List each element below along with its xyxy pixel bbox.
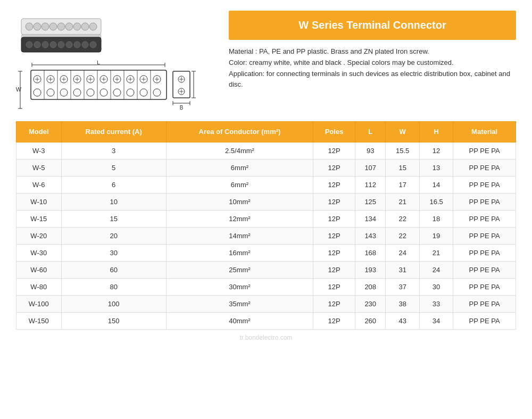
table-cell: 30	[419, 279, 453, 296]
svg-text:L: L	[97, 61, 100, 65]
svg-point-78	[153, 89, 161, 96]
table-cell: 37	[386, 279, 419, 296]
table-cell: 208	[355, 279, 386, 296]
table-cell: 5	[61, 160, 166, 177]
table-cell: 6mm²	[166, 160, 313, 177]
table-cell: W-5	[16, 160, 62, 177]
col-material: Material	[453, 122, 516, 143]
svg-point-12	[26, 41, 32, 48]
table-cell: 12P	[313, 245, 355, 262]
left-images: L W	[16, 11, 218, 108]
table-cell: 25mm²	[166, 262, 313, 279]
table-cell: 20	[61, 228, 166, 245]
table-cell: 14	[419, 177, 453, 194]
svg-point-2	[34, 23, 41, 30]
table-cell: 80	[61, 279, 166, 296]
col-l: L	[355, 122, 386, 143]
table-cell: 24	[386, 245, 419, 262]
table-cell: W-80	[16, 279, 62, 296]
table-cell: PP PE PA	[453, 262, 516, 279]
table-cell: 12P	[313, 160, 355, 177]
product-title: W Series Terminal Connector	[229, 11, 516, 40]
table-header-row: Model Rated current (A) Area of Conducto…	[16, 122, 516, 143]
table-cell: 34	[419, 313, 453, 330]
table-cell: 143	[355, 228, 386, 245]
product-photo	[16, 11, 197, 58]
page: L W	[0, 0, 532, 419]
svg-point-18	[74, 41, 80, 48]
col-poles: Poles	[313, 122, 355, 143]
watermark: tr.bondelectro.com	[16, 334, 516, 341]
svg-point-76	[127, 89, 134, 96]
table-cell: 43	[386, 313, 419, 330]
table-row: W-556mm²12P1071513PP PE PA	[16, 160, 516, 177]
table-cell: 125	[355, 194, 386, 211]
table-cell: 12mm²	[166, 211, 313, 228]
table-cell: PP PE PA	[453, 194, 516, 211]
table-cell: 260	[355, 313, 386, 330]
table-cell: 12P	[313, 313, 355, 330]
table-cell: 30	[61, 245, 166, 262]
table-cell: 12P	[313, 296, 355, 313]
table-cell: 15	[386, 160, 419, 177]
table-row: W-10010035mm²12P2303833PP PE PA	[16, 296, 516, 313]
table-cell: 12P	[313, 194, 355, 211]
right-info: W Series Terminal Connector Material : P…	[229, 11, 516, 90]
svg-point-4	[49, 23, 57, 30]
svg-point-72	[73, 89, 81, 96]
col-area-conductor: Area of Conductor (mm²)	[166, 122, 313, 143]
svg-point-69	[34, 89, 41, 96]
table-cell: 10	[61, 194, 166, 211]
table-row: W-202014mm²12P1432219PP PE PA	[16, 228, 516, 245]
table-cell: W-100	[16, 296, 62, 313]
table-cell: 17	[386, 177, 419, 194]
svg-point-6	[65, 23, 73, 30]
table-cell: W-150	[16, 313, 62, 330]
table-cell: 100	[61, 296, 166, 313]
table-cell: W-60	[16, 262, 62, 279]
svg-point-14	[42, 41, 48, 48]
table-row: W-606025mm²12P1933124PP PE PA	[16, 262, 516, 279]
svg-point-17	[66, 41, 72, 48]
table-row: W-332.5/4mm²12P9315.512PP PE PA	[16, 143, 516, 160]
table-cell: 60	[61, 262, 166, 279]
table-cell: 6mm²	[166, 177, 313, 194]
product-description: Material : PA, PE and PP plastic. Brass …	[229, 46, 516, 90]
table-cell: 168	[355, 245, 386, 262]
table-cell: 18	[419, 211, 453, 228]
svg-rect-79	[173, 71, 190, 98]
table-row: W-151512mm²12P1342218PP PE PA	[16, 211, 516, 228]
table-cell: 3	[61, 143, 166, 160]
svg-point-1	[26, 23, 33, 30]
table-cell: 12P	[313, 177, 355, 194]
col-w: W	[386, 122, 419, 143]
table-cell: 14mm²	[166, 228, 313, 245]
table-cell: 19	[419, 228, 453, 245]
svg-text:W: W	[16, 86, 22, 93]
table-row: W-303016mm²12P1682421PP PE PA	[16, 245, 516, 262]
table-cell: 40mm²	[166, 313, 313, 330]
table-cell: W-20	[16, 228, 62, 245]
table-row: W-666mm²12P1121714PP PE PA	[16, 177, 516, 194]
table-cell: 30mm²	[166, 279, 313, 296]
table-cell: 230	[355, 296, 386, 313]
table-row: W-808030mm²12P2083730PP PE PA	[16, 279, 516, 296]
svg-point-13	[34, 41, 40, 48]
table-cell: 24	[419, 262, 453, 279]
col-model: Model	[16, 122, 62, 143]
table-cell: 6	[61, 177, 166, 194]
table-cell: PP PE PA	[453, 313, 516, 330]
table-cell: PP PE PA	[453, 296, 516, 313]
table-cell: 93	[355, 143, 386, 160]
table-cell: W-3	[16, 143, 62, 160]
table-cell: 193	[355, 262, 386, 279]
svg-point-74	[100, 89, 107, 96]
col-h: H	[419, 122, 453, 143]
table-cell: 15.5	[386, 143, 419, 160]
product-diagram: L W	[16, 61, 197, 108]
svg-point-16	[58, 41, 64, 48]
table-cell: W-30	[16, 245, 62, 262]
table-cell: 13	[419, 160, 453, 177]
table-cell: 134	[355, 211, 386, 228]
svg-point-5	[57, 23, 65, 30]
